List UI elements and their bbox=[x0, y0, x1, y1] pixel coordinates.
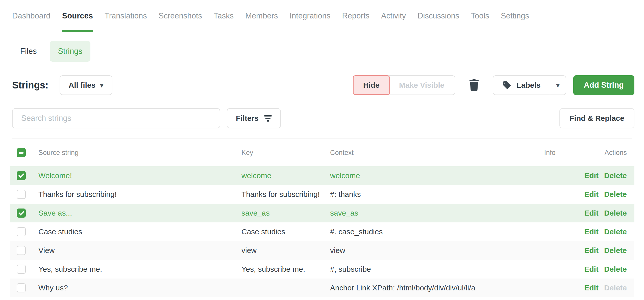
chevron-down-icon: ▾ bbox=[100, 82, 103, 88]
sources-subtabs: Files Strings bbox=[12, 41, 632, 62]
trash-icon bbox=[469, 79, 479, 91]
file-filter-dropdown[interactable]: All files ▾ bbox=[60, 75, 113, 95]
search-strings-input[interactable] bbox=[12, 108, 220, 128]
page-title: Strings: bbox=[12, 80, 48, 91]
table-row[interactable]: Save as... save_as save_as Edit Delete bbox=[10, 204, 634, 222]
row-checkbox[interactable] bbox=[17, 246, 26, 255]
source-string-cell: Save as... bbox=[38, 209, 241, 217]
row-checkbox[interactable] bbox=[17, 209, 26, 218]
edit-link[interactable]: Edit bbox=[584, 265, 599, 273]
nav-tab-translations[interactable]: Translations bbox=[105, 0, 147, 32]
edit-link[interactable]: Edit bbox=[584, 209, 599, 217]
source-string-cell: Why us? bbox=[38, 284, 241, 292]
header-info: Info bbox=[531, 149, 569, 157]
delete-selected-button[interactable] bbox=[466, 75, 482, 95]
table-row[interactable]: Welcome! welcome welcome Edit Delete bbox=[10, 166, 634, 185]
context-cell: #. case_studies bbox=[330, 227, 531, 236]
source-string-cell: Welcome! bbox=[38, 171, 241, 180]
context-cell: Anchor Link XPath: /html/body/div/div/ul… bbox=[330, 284, 531, 292]
labels-button[interactable]: Labels bbox=[493, 76, 550, 95]
edit-link[interactable]: Edit bbox=[584, 284, 599, 292]
table-row[interactable]: Why us? Anchor Link XPath: /html/body/di… bbox=[10, 279, 634, 297]
search-row: Filters Find & Replace bbox=[12, 108, 634, 128]
delete-link[interactable]: Delete bbox=[604, 284, 627, 292]
nav-tab-integrations[interactable]: Integrations bbox=[289, 0, 330, 32]
project-nav: Dashboard Sources Translations Screensho… bbox=[0, 0, 644, 32]
make-visible-button[interactable]: Make Visible bbox=[388, 75, 456, 95]
edit-link[interactable]: Edit bbox=[584, 246, 599, 255]
visibility-button-group: Hide Make Visible bbox=[353, 75, 456, 95]
find-replace-button[interactable]: Find & Replace bbox=[559, 108, 634, 128]
subtab-strings[interactable]: Strings bbox=[50, 41, 90, 62]
delete-link[interactable]: Delete bbox=[604, 190, 627, 199]
context-cell: #, subscribe bbox=[330, 265, 531, 273]
nav-tab-members[interactable]: Members bbox=[245, 0, 278, 32]
edit-link[interactable]: Edit bbox=[584, 227, 599, 236]
key-cell: Thanks for subscribing! bbox=[241, 190, 330, 199]
nav-tab-discussions[interactable]: Discussions bbox=[417, 0, 459, 32]
context-cell: #: thanks bbox=[330, 190, 531, 199]
delete-link[interactable]: Delete bbox=[604, 246, 627, 255]
key-cell: view bbox=[241, 246, 330, 255]
filter-icon bbox=[264, 115, 272, 122]
source-string-cell: Yes, subscribe me. bbox=[38, 265, 241, 273]
file-filter-label: All files bbox=[69, 81, 96, 89]
header-check-cell bbox=[17, 148, 38, 157]
context-cell: view bbox=[330, 246, 531, 255]
nav-tab-settings[interactable]: Settings bbox=[501, 0, 529, 32]
edit-link[interactable]: Edit bbox=[584, 171, 599, 180]
header-context: Context bbox=[330, 149, 531, 157]
row-checkbox[interactable] bbox=[17, 265, 26, 274]
filters-button-label: Filters bbox=[236, 114, 259, 123]
table-row[interactable]: Yes, subscribe me. Yes, subscribe me. #,… bbox=[10, 260, 634, 279]
key-cell: Case studies bbox=[241, 227, 330, 236]
chevron-down-icon: ▾ bbox=[556, 82, 560, 88]
delete-link[interactable]: Delete bbox=[604, 209, 627, 217]
filters-button[interactable]: Filters bbox=[227, 108, 281, 128]
select-all-checkbox[interactable] bbox=[17, 148, 26, 157]
context-cell: save_as bbox=[330, 209, 531, 217]
subtab-files[interactable]: Files bbox=[12, 41, 45, 62]
header-actions: Actions bbox=[569, 149, 627, 157]
context-cell: welcome bbox=[330, 171, 531, 180]
nav-tab-tools[interactable]: Tools bbox=[471, 0, 489, 32]
table-row[interactable]: Case studies Case studies #. case_studie… bbox=[10, 222, 634, 241]
row-checkbox[interactable] bbox=[17, 283, 26, 292]
key-cell: Yes, subscribe me. bbox=[241, 265, 330, 273]
delete-link[interactable]: Delete bbox=[604, 227, 627, 236]
header-source-string: Source string bbox=[38, 149, 241, 157]
nav-tab-dashboard[interactable]: Dashboard bbox=[12, 0, 51, 32]
edit-link[interactable]: Edit bbox=[584, 190, 599, 199]
strings-table: Source string Key Context Info Actions W… bbox=[10, 139, 634, 297]
row-checkbox[interactable] bbox=[17, 227, 26, 236]
labels-button-group: Labels ▾ bbox=[493, 75, 566, 95]
table-header-row: Source string Key Context Info Actions bbox=[10, 139, 634, 166]
nav-tab-sources[interactable]: Sources bbox=[62, 0, 93, 32]
delete-link[interactable]: Delete bbox=[604, 171, 627, 180]
hide-button[interactable]: Hide bbox=[353, 75, 390, 95]
nav-tab-screenshots[interactable]: Screenshots bbox=[159, 0, 202, 32]
strings-toolbar: Strings: All files ▾ Hide Make Visible L… bbox=[12, 75, 634, 95]
key-cell: save_as bbox=[241, 209, 330, 217]
table-row[interactable]: View view view Edit Delete bbox=[10, 241, 634, 260]
labels-button-label: Labels bbox=[516, 81, 540, 89]
source-string-cell: Case studies bbox=[38, 227, 241, 236]
row-checkbox[interactable] bbox=[17, 171, 26, 180]
nav-tab-reports[interactable]: Reports bbox=[342, 0, 369, 32]
nav-tab-activity[interactable]: Activity bbox=[381, 0, 406, 32]
labels-dropdown-button[interactable]: ▾ bbox=[550, 76, 566, 95]
row-checkbox[interactable] bbox=[17, 190, 26, 199]
source-string-cell: View bbox=[38, 246, 241, 255]
header-key: Key bbox=[241, 149, 330, 157]
tag-icon bbox=[502, 81, 511, 90]
table-row[interactable]: Thanks for subscribing! Thanks for subsc… bbox=[10, 185, 634, 204]
key-cell: welcome bbox=[241, 171, 330, 180]
delete-link[interactable]: Delete bbox=[604, 265, 627, 273]
nav-tab-tasks[interactable]: Tasks bbox=[214, 0, 234, 32]
source-string-cell: Thanks for subscribing! bbox=[38, 190, 241, 199]
add-string-button[interactable]: Add String bbox=[573, 75, 634, 95]
